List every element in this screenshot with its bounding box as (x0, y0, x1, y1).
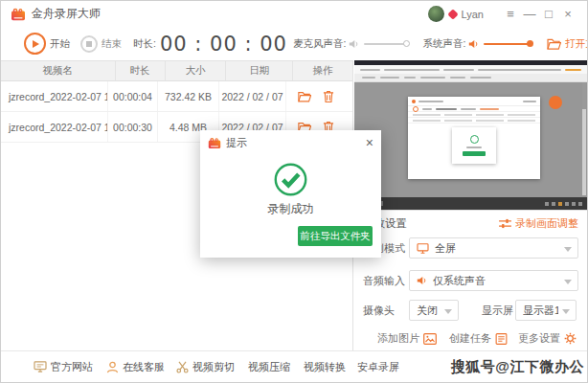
adjust-screen-label[interactable]: 录制画面调整 (515, 216, 578, 231)
video-cut-label[interactable]: 视频剪切 (192, 360, 235, 374)
maximize-icon[interactable]: □ (539, 1, 558, 27)
official-site-label[interactable]: 官方网站 (51, 360, 93, 374)
preview-bookmarks-bar (354, 74, 587, 82)
sliders-icon (499, 218, 511, 229)
record-toolbar: 开始 结束 时长: 00 : 00 : 00 麦克风声音: 系统声音: 打开文件… (1, 27, 587, 60)
user-avatar[interactable] (428, 6, 444, 22)
stop-label[interactable]: 结束 (102, 37, 122, 51)
video-duration: 00:00:30 (108, 112, 158, 142)
video-convert-label[interactable]: 视频转换 (304, 360, 346, 374)
task-list-icon (495, 333, 508, 345)
titlebar: 金舟录屏大师 Lyan ≡ — □ × (1, 1, 587, 27)
more-settings-label[interactable]: 更多设置 (518, 331, 560, 346)
preview-app-window (408, 97, 540, 179)
app-window: 金舟录屏大师 Lyan ≡ — □ × 开始 结束 时长: 00 : 00 : … (0, 0, 588, 383)
video-compress-link[interactable]: 视频压缩 (248, 360, 290, 374)
video-name: jzrecord_2022-02-07 17... (1, 81, 108, 111)
dialog-title: 提示 (226, 136, 247, 150)
support-label[interactable]: 在线客服 (123, 360, 165, 374)
display-label: 显示屏 (482, 300, 513, 321)
col-date: 日期 (226, 61, 293, 80)
open-location-icon[interactable] (298, 91, 311, 102)
settings-panel: 参数设置 录制画面调整 录制模式 全屏 音频输入 (354, 210, 587, 351)
video-cut-link[interactable]: 视频剪切 (176, 360, 235, 374)
monitor-icon (417, 243, 429, 254)
camera-value: 关闭 (417, 304, 438, 318)
add-image-link[interactable]: 添加图片 (377, 331, 437, 346)
video-size: 732.42 KB (158, 81, 219, 111)
preview-scrollbar (582, 82, 586, 195)
display-dropdown[interactable]: 显示器1 (515, 300, 577, 321)
audio-input-value: 仅系统声音 (433, 274, 486, 288)
app-title: 金舟录屏大师 (32, 6, 101, 22)
system-volume-slider[interactable] (484, 43, 531, 45)
chevron-down-icon (444, 309, 452, 314)
chevron-down-icon (564, 247, 572, 252)
col-duration: 时长 (116, 61, 166, 80)
dialog-camera-icon (208, 137, 221, 149)
mic-volume-icon (349, 39, 359, 49)
scissors-icon (176, 361, 189, 373)
col-operation: 操作 (293, 61, 352, 80)
dialog-close-icon[interactable]: × (366, 130, 373, 155)
success-dialog: 提示 × 录制成功 前往导出文件夹 (200, 130, 381, 258)
image-icon (423, 333, 437, 345)
audio-input-label: 音频输入 (363, 270, 405, 291)
open-folder-icon[interactable] (547, 38, 561, 50)
username[interactable]: Lyan (462, 9, 484, 20)
menu-icon[interactable]: ≡ (501, 1, 520, 27)
audio-input-dropdown[interactable]: 仅系统声音 (409, 270, 578, 291)
table-header: 视频名 时长 大小 日期 操作 (1, 61, 352, 81)
create-task-link[interactable]: 创建任务 (449, 331, 508, 346)
preview-taskbar (354, 197, 587, 210)
video-name: jzrecord_2022-02-07 17... (1, 112, 108, 142)
mic-slider-handle[interactable] (403, 40, 410, 47)
create-task-label[interactable]: 创建任务 (449, 331, 491, 346)
website-monitor-icon (34, 361, 47, 372)
minimize-icon[interactable]: — (520, 1, 539, 27)
watermark: 搜狐号@江下微办公 (451, 358, 584, 376)
footer-bar: 官方网站 在线客服 视频剪切 视频压缩 视频转换 安卓录屏 搜狐号@江下微办公 (1, 350, 587, 382)
camera-dropdown[interactable]: 关闭 (409, 300, 459, 321)
video-compress-label[interactable]: 视频压缩 (248, 360, 290, 374)
mode-value: 全屏 (435, 241, 456, 256)
col-name: 视频名 (1, 61, 116, 80)
start-label[interactable]: 开始 (50, 37, 70, 51)
delete-icon[interactable] (323, 90, 334, 103)
vip-icon (447, 9, 458, 19)
success-check-icon (273, 162, 308, 197)
display-value: 显示器1 (523, 304, 558, 318)
app-logo-camera-icon (11, 8, 26, 21)
go-to-export-folder-button[interactable]: 前往导出文件夹 (298, 226, 373, 246)
play-icon (33, 40, 39, 48)
chevron-down-icon (564, 280, 572, 284)
start-record-button[interactable] (24, 33, 46, 55)
more-settings-link[interactable]: 更多设置 (518, 331, 577, 346)
mode-dropdown[interactable]: 全屏 (409, 237, 578, 259)
open-folder-label[interactable]: 打开文件位置 (565, 37, 588, 51)
support-link[interactable]: 在线客服 (106, 360, 165, 374)
video-duration: 00:00:04 (108, 81, 158, 111)
system-slider-handle[interactable] (527, 40, 533, 47)
preview-browser-toolbar (354, 65, 587, 74)
official-site-link[interactable]: 官方网站 (34, 360, 93, 374)
video-convert-link[interactable]: 视频转换 (304, 360, 346, 374)
mic-volume-slider[interactable] (364, 43, 408, 45)
person-icon (106, 361, 119, 373)
system-volume-label: 系统声音: (422, 37, 465, 51)
screen-preview (354, 60, 587, 210)
table-row[interactable]: jzrecord_2022-02-07 17... 00:00:04 732.4… (1, 81, 352, 112)
mic-volume-label: 麦克风声音: (293, 37, 346, 51)
gear-icon (564, 332, 577, 345)
stop-icon (86, 41, 92, 47)
col-size: 大小 (166, 61, 227, 80)
stop-record-button[interactable] (80, 35, 98, 53)
close-icon[interactable]: × (558, 1, 577, 27)
add-image-label[interactable]: 添加图片 (377, 331, 419, 346)
duration-timer: 00 : 00 : 00 (160, 33, 287, 56)
dialog-message: 录制成功 (200, 201, 381, 217)
android-record-link[interactable]: 安卓录屏 (357, 360, 399, 374)
adjust-screen-link[interactable]: 录制画面调整 (499, 216, 578, 231)
system-volume-icon (468, 39, 479, 49)
android-record-label[interactable]: 安卓录屏 (357, 360, 399, 374)
